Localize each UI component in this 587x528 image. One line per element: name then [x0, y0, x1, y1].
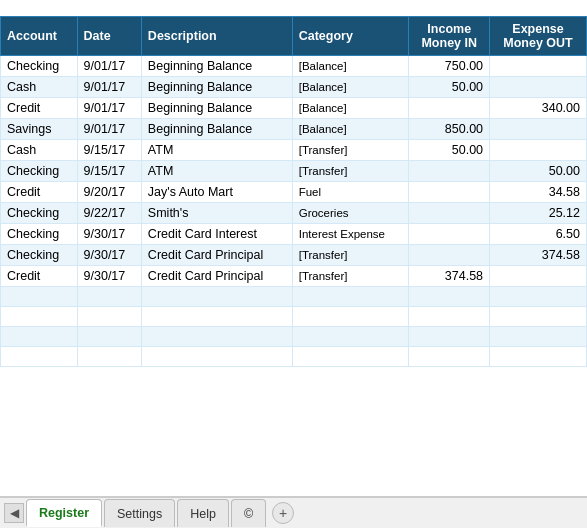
cell-account: Checking [1, 161, 78, 182]
cell-income: 50.00 [409, 77, 490, 98]
tab-[interactable]: © [231, 499, 266, 527]
col-header-expense: ExpenseMoney OUT [490, 17, 587, 56]
table-row[interactable] [1, 287, 587, 307]
cell-description [141, 347, 292, 367]
cell-account: Cash [1, 77, 78, 98]
cell-description [141, 307, 292, 327]
col-header-account: Account [1, 17, 78, 56]
cell-expense [490, 56, 587, 77]
tab-settings[interactable]: Settings [104, 499, 175, 527]
cell-account [1, 347, 78, 367]
cell-expense: 25.12 [490, 203, 587, 224]
cell-date [77, 287, 141, 307]
cell-description: Jay's Auto Mart [141, 182, 292, 203]
table-row[interactable]: Credit 9/20/17 Jay's Auto Mart Fuel 34.5… [1, 182, 587, 203]
col-header-description: Description [141, 17, 292, 56]
tab-scroll-left[interactable]: ◀ [4, 503, 24, 523]
cell-category [292, 287, 409, 307]
table-row[interactable]: Credit 9/30/17 Credit Card Principal [Tr… [1, 266, 587, 287]
table-row[interactable] [1, 327, 587, 347]
col-header-income: IncomeMoney IN [409, 17, 490, 56]
cell-income: 50.00 [409, 140, 490, 161]
cell-account: Checking [1, 245, 78, 266]
cell-income: 750.00 [409, 56, 490, 77]
tab-add-button[interactable]: + [272, 502, 294, 524]
cell-category: [Transfer] [292, 161, 409, 182]
cell-date [77, 307, 141, 327]
cell-income [409, 161, 490, 182]
table-row[interactable]: Checking 9/01/17 Beginning Balance [Bala… [1, 56, 587, 77]
cell-income [409, 307, 490, 327]
cell-category: [Balance] [292, 119, 409, 140]
table-row[interactable]: Checking 9/15/17 ATM [Transfer] 50.00 [1, 161, 587, 182]
cell-expense: 50.00 [490, 161, 587, 182]
cell-category [292, 327, 409, 347]
cell-income [409, 327, 490, 347]
cell-category: Interest Expense [292, 224, 409, 245]
table-row[interactable]: Checking 9/30/17 Credit Card Interest In… [1, 224, 587, 245]
cell-expense: 374.58 [490, 245, 587, 266]
cell-date: 9/30/17 [77, 224, 141, 245]
cell-date [77, 347, 141, 367]
cell-account: Checking [1, 56, 78, 77]
cell-date: 9/30/17 [77, 245, 141, 266]
table-row[interactable]: Cash 9/01/17 Beginning Balance [Balance]… [1, 77, 587, 98]
cell-date: 9/30/17 [77, 266, 141, 287]
cell-income [409, 224, 490, 245]
cell-date: 9/01/17 [77, 77, 141, 98]
cell-expense: 6.50 [490, 224, 587, 245]
cell-expense [490, 140, 587, 161]
cell-category: [Transfer] [292, 266, 409, 287]
page-title [0, 0, 587, 16]
cell-income [409, 347, 490, 367]
tab-register[interactable]: Register [26, 499, 102, 527]
cell-account: Checking [1, 203, 78, 224]
table-row[interactable]: Credit 9/01/17 Beginning Balance [Balanc… [1, 98, 587, 119]
cell-date: 9/20/17 [77, 182, 141, 203]
cell-account [1, 307, 78, 327]
table-row[interactable] [1, 347, 587, 367]
cell-income: 374.58 [409, 266, 490, 287]
cell-category: [Balance] [292, 56, 409, 77]
table-header-row: Account Date Description Category Income… [1, 17, 587, 56]
cell-expense [490, 266, 587, 287]
cell-category: [Balance] [292, 98, 409, 119]
cell-account: Checking [1, 224, 78, 245]
cell-account: Credit [1, 266, 78, 287]
cell-expense [490, 119, 587, 140]
table-row[interactable]: Cash 9/15/17 ATM [Transfer] 50.00 [1, 140, 587, 161]
cell-expense: 340.00 [490, 98, 587, 119]
cell-expense: 34.58 [490, 182, 587, 203]
cell-account: Cash [1, 140, 78, 161]
table-row[interactable] [1, 307, 587, 327]
main-content: Account Date Description Category Income… [0, 0, 587, 496]
table-row[interactable]: Checking 9/22/17 Smith's Groceries 25.12 [1, 203, 587, 224]
cell-description: Credit Card Principal [141, 245, 292, 266]
cell-income [409, 182, 490, 203]
cell-description [141, 327, 292, 347]
cell-income: 850.00 [409, 119, 490, 140]
table-row[interactable]: Checking 9/30/17 Credit Card Principal [… [1, 245, 587, 266]
cell-date: 9/15/17 [77, 161, 141, 182]
cell-category: [Balance] [292, 77, 409, 98]
cell-category: Fuel [292, 182, 409, 203]
cell-account [1, 287, 78, 307]
cell-date: 9/01/17 [77, 56, 141, 77]
cell-category: [Transfer] [292, 245, 409, 266]
cell-description: Beginning Balance [141, 77, 292, 98]
cell-description: Beginning Balance [141, 119, 292, 140]
cell-date: 9/01/17 [77, 119, 141, 140]
tab-help[interactable]: Help [177, 499, 229, 527]
cell-date: 9/15/17 [77, 140, 141, 161]
cell-income [409, 203, 490, 224]
cell-account [1, 327, 78, 347]
cell-expense [490, 307, 587, 327]
cell-description: Beginning Balance [141, 56, 292, 77]
cell-description: Credit Card Principal [141, 266, 292, 287]
cell-expense [490, 347, 587, 367]
cell-expense [490, 327, 587, 347]
cell-description: ATM [141, 161, 292, 182]
col-header-category: Category [292, 17, 409, 56]
table-container: Account Date Description Category Income… [0, 16, 587, 367]
table-row[interactable]: Savings 9/01/17 Beginning Balance [Balan… [1, 119, 587, 140]
